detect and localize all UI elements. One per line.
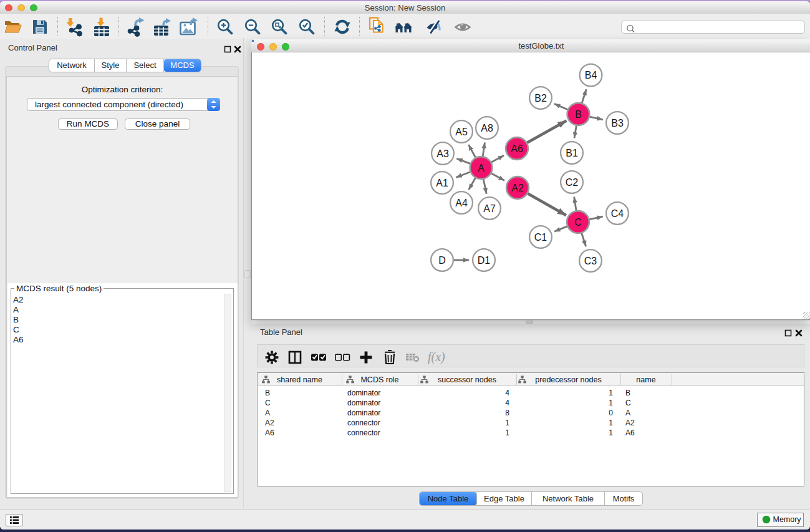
svg-text:C3: C3 [584, 256, 597, 266]
svg-text:B2: B2 [534, 93, 547, 104]
svg-text:A3: A3 [436, 148, 449, 159]
svg-text:A6: A6 [511, 143, 523, 154]
svg-text:A: A [478, 163, 485, 173]
svg-text:D1: D1 [478, 255, 491, 266]
svg-text:C4: C4 [611, 208, 624, 219]
svg-text:D: D [438, 255, 446, 266]
svg-text:A8: A8 [481, 123, 493, 133]
svg-text:B3: B3 [611, 118, 624, 128]
svg-text:B1: B1 [566, 148, 578, 158]
svg-text:A5: A5 [455, 127, 468, 137]
svg-text:C: C [574, 217, 582, 228]
svg-text:A7: A7 [483, 203, 496, 214]
svg-text:C1: C1 [534, 232, 547, 243]
svg-text:A2: A2 [511, 183, 524, 193]
svg-text:C2: C2 [566, 177, 579, 188]
svg-text:A4: A4 [455, 198, 468, 208]
svg-text:A1: A1 [436, 178, 448, 188]
svg-text:B: B [575, 109, 582, 120]
svg-text:B4: B4 [585, 70, 597, 80]
